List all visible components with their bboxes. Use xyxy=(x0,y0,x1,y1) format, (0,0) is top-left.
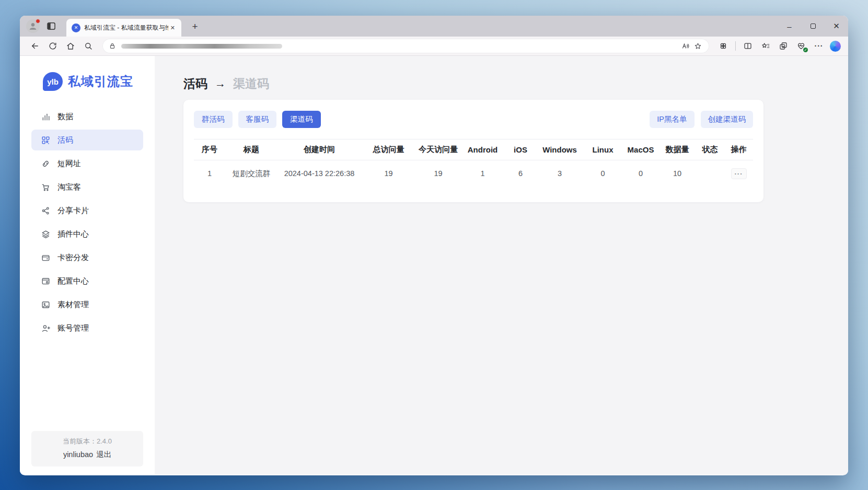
wallet-icon xyxy=(41,253,51,263)
sidebar-item-label: 数据 xyxy=(57,112,73,122)
maximize-icon xyxy=(811,24,816,29)
cell-total-visits: 19 xyxy=(361,169,416,178)
col-header-windows: Windows xyxy=(536,145,583,154)
sidebar-item-material-management[interactable]: 素材管理 xyxy=(31,294,143,315)
favorite-star-button[interactable] xyxy=(691,40,704,52)
url-redacted-text xyxy=(121,44,282,49)
link-icon xyxy=(41,159,51,169)
toolbar-divider xyxy=(735,41,736,51)
back-button[interactable] xyxy=(28,39,42,53)
cell-operation: ··· xyxy=(724,168,753,179)
cell-windows: 3 xyxy=(536,169,583,178)
sidebar-item-plugin-center[interactable]: 插件中心 xyxy=(31,224,143,244)
account-line: yinliubao退出 xyxy=(31,450,143,460)
browser-tab-strip: ✕ 私域引流宝 - 私域流量获取与维护 ✕ + – ✕ xyxy=(20,16,848,37)
row-more-actions-button[interactable]: ··· xyxy=(731,168,747,179)
sidebar: ylb 私域引流宝 数据 活码 短网址 xyxy=(20,56,155,475)
home-button[interactable] xyxy=(64,39,77,53)
logout-link[interactable]: 退出 xyxy=(96,450,111,459)
split-screen-button[interactable] xyxy=(741,39,755,53)
image-icon xyxy=(41,300,51,310)
sidebar-item-card-distribution[interactable]: 卡密分发 xyxy=(31,247,143,268)
maximize-button[interactable] xyxy=(801,16,825,37)
share-icon xyxy=(41,206,51,216)
main-area: 活码 → 渠道码 群活码 客服码 渠道码 IP黑名单 创建渠道码 xyxy=(155,56,848,475)
home-icon xyxy=(66,41,75,51)
table-header-row: 序号 标题 创建时间 总访问量 今天访问量 Android iOS Window… xyxy=(194,139,753,160)
profile-avatar[interactable] xyxy=(26,19,40,33)
col-header-linux: Linux xyxy=(583,145,622,154)
logo-badge-icon: ylb xyxy=(43,72,63,91)
sidebar-item-account-management[interactable]: 账号管理 xyxy=(31,318,143,339)
col-header-index: 序号 xyxy=(194,145,225,155)
layers-icon xyxy=(41,229,51,239)
sidebar-item-live-code[interactable]: 活码 xyxy=(31,130,143,150)
settings-window-icon xyxy=(41,276,51,286)
bar-chart-icon xyxy=(41,112,51,122)
col-header-total-visits: 总访问量 xyxy=(361,145,416,155)
page-content: ylb 私域引流宝 数据 活码 短网址 xyxy=(20,56,848,475)
cell-data-volume: 10 xyxy=(659,169,696,178)
breadcrumb-arrow-icon: → xyxy=(215,77,226,90)
sidebar-item-label: 插件中心 xyxy=(57,229,89,239)
sidebar-item-share-card[interactable]: 分享卡片 xyxy=(31,200,143,221)
toggle-knob xyxy=(702,174,709,182)
cell-index: 1 xyxy=(194,169,225,178)
sidebar-item-label: 活码 xyxy=(57,135,73,145)
sidebar-item-label: 配置中心 xyxy=(57,276,89,286)
tab-group-live-code[interactable]: 群活码 xyxy=(194,111,233,128)
sidebar-item-config-center[interactable]: 配置中心 xyxy=(31,271,143,291)
essentials-check-badge: ✓ xyxy=(803,48,808,52)
favorites-bar-button[interactable] xyxy=(759,39,772,53)
sidebar-item-taobao[interactable]: 淘宝客 xyxy=(31,177,143,197)
col-header-title: 标题 xyxy=(225,145,277,155)
app-logo[interactable]: ylb 私域引流宝 xyxy=(43,71,155,92)
tab-close-icon[interactable]: ✕ xyxy=(168,24,177,32)
refresh-button[interactable] xyxy=(46,39,60,53)
card-toolbar: 群活码 客服码 渠道码 IP黑名单 创建渠道码 xyxy=(194,111,753,128)
search-button[interactable] xyxy=(82,39,95,53)
sidebar-nav: 数据 活码 短网址 淘宝客 xyxy=(20,106,155,339)
cell-linux: 0 xyxy=(583,169,622,178)
favorites-list-icon xyxy=(761,41,770,51)
cell-created-time: 2024-04-13 22:26:38 xyxy=(277,169,361,178)
desktop-background: ✕ 私域引流宝 - 私域流量获取与维护 ✕ + – ✕ xyxy=(0,0,868,490)
read-aloud-icon xyxy=(681,42,690,51)
browser-toolbar: ✓ ··· xyxy=(20,37,848,56)
minimize-button[interactable]: – xyxy=(778,16,801,37)
cart-icon xyxy=(41,182,51,192)
col-header-android: Android xyxy=(460,145,505,154)
tab-customer-service-code[interactable]: 客服码 xyxy=(238,111,277,128)
sidebar-footer: 当前版本：2.4.0 yinliubao退出 xyxy=(31,431,143,466)
back-arrow-icon xyxy=(30,41,40,51)
sidebar-item-label: 淘宝客 xyxy=(57,182,81,192)
sidebar-item-label: 账号管理 xyxy=(57,323,89,333)
close-button[interactable]: ✕ xyxy=(825,16,848,37)
col-header-created-time: 创建时间 xyxy=(277,145,361,155)
tab-channel-code[interactable]: 渠道码 xyxy=(282,111,321,128)
star-icon xyxy=(693,42,702,51)
sidebar-item-data[interactable]: 数据 xyxy=(31,106,143,127)
collections-button[interactable] xyxy=(777,39,790,53)
split-screen-icon xyxy=(743,41,753,51)
sidebar-item-short-url[interactable]: 短网址 xyxy=(31,153,143,174)
new-tab-button[interactable]: + xyxy=(188,20,202,33)
extensions-button[interactable] xyxy=(716,39,730,53)
table-row: 1 短剧交流群 2024-04-13 22:26:38 19 19 1 6 3 … xyxy=(194,160,753,186)
copilot-icon[interactable] xyxy=(830,41,841,52)
breadcrumb-parent[interactable]: 活码 xyxy=(183,76,207,92)
user-plus-icon xyxy=(41,323,51,333)
sidebar-item-label: 素材管理 xyxy=(57,300,89,310)
create-channel-code-button[interactable]: 创建渠道码 xyxy=(701,111,754,128)
tab-actions-icon[interactable] xyxy=(46,21,56,31)
notification-dot xyxy=(36,19,40,24)
sidebar-item-label: 卡密分发 xyxy=(57,253,89,263)
read-aloud-button[interactable] xyxy=(679,40,691,52)
address-bar[interactable] xyxy=(102,39,709,53)
cell-macos: 0 xyxy=(622,169,659,178)
ip-blacklist-button[interactable]: IP黑名单 xyxy=(650,111,694,128)
settings-more-button[interactable]: ··· xyxy=(812,39,826,53)
browser-essentials-button[interactable]: ✓ xyxy=(794,39,808,53)
window-controls: – ✕ xyxy=(778,16,848,37)
browser-tab[interactable]: ✕ 私域引流宝 - 私域流量获取与维护 ✕ xyxy=(66,19,181,37)
